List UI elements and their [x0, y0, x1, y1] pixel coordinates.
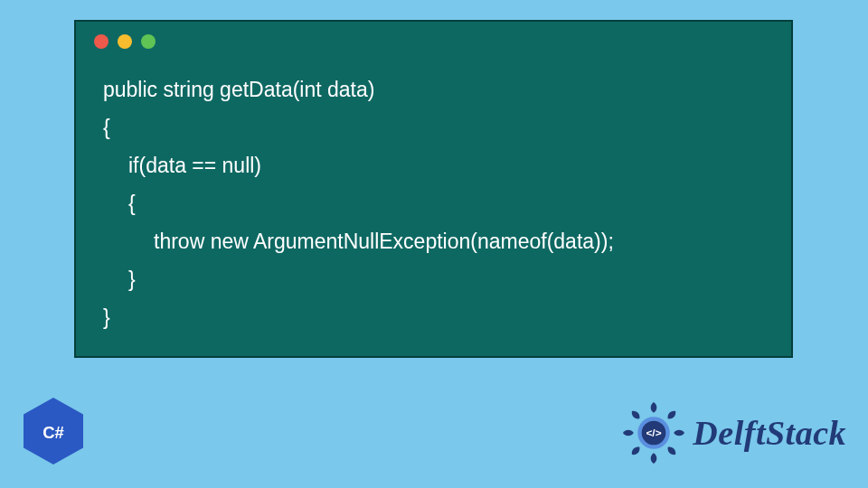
delftstack-emblem-icon: </>: [620, 399, 687, 466]
code-line: }: [103, 298, 773, 336]
code-line: }: [103, 260, 773, 298]
code-line: {: [103, 108, 773, 146]
code-block: public string getData(int data){if(data …: [103, 70, 773, 338]
delftstack-logo: </> DelftStack: [620, 399, 846, 466]
csharp-label: C#: [42, 423, 64, 442]
page-canvas: public string getData(int data){if(data …: [0, 0, 868, 488]
code-window: public string getData(int data){if(data …: [74, 20, 793, 358]
code-tag-icon: </>: [646, 427, 662, 439]
close-icon: [94, 34, 108, 49]
minimize-icon: [118, 34, 132, 49]
code-line: throw new ArgumentNullException(nameof(d…: [103, 222, 773, 260]
code-line: public string getData(int data): [103, 70, 773, 108]
maximize-icon: [141, 34, 156, 49]
delftstack-label: DelftStack: [693, 413, 846, 453]
csharp-badge: C#: [24, 398, 83, 465]
code-line: if(data == null): [103, 146, 773, 184]
code-line: {: [103, 184, 773, 222]
window-titlebar: [76, 22, 791, 54]
